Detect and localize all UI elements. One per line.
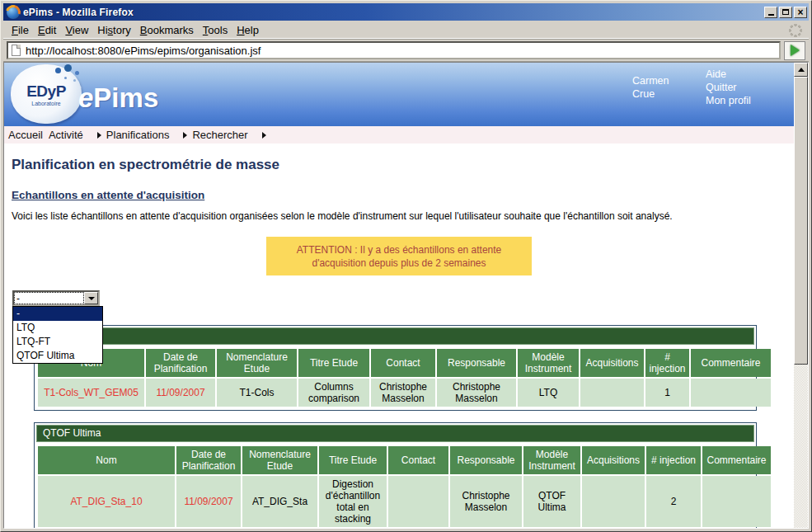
table-header-row: NomDate de PlanificationNomenclature Etu… bbox=[38, 349, 771, 377]
url-input[interactable]: http://localhost:8080/ePims/epims/organi… bbox=[7, 41, 781, 59]
column-header-injection: # injection bbox=[645, 349, 689, 377]
scrollbar-thumb[interactable] bbox=[794, 77, 808, 365]
column-header-commentaire: Commentaire bbox=[691, 349, 771, 377]
cell-date-de-planification: 11/09/2007 bbox=[146, 379, 215, 407]
vertical-scrollbar[interactable] bbox=[794, 63, 808, 528]
select-dropdown-button[interactable] bbox=[84, 292, 98, 304]
group-header: LTQ bbox=[36, 327, 754, 345]
nav-item-planifications[interactable]: Planifications bbox=[106, 129, 170, 141]
close-button[interactable]: × bbox=[794, 7, 807, 18]
option-blank[interactable]: - bbox=[13, 307, 102, 321]
browser-window: ePims - Mozilla Firefox × FileEditViewHi… bbox=[0, 0, 812, 532]
header-link-mon-profil[interactable]: Mon profil bbox=[706, 94, 751, 107]
menu-tools[interactable]: Tools bbox=[203, 24, 228, 36]
cell-nomenclature-etude: T1-Cols bbox=[217, 379, 297, 407]
nav-item-activite[interactable]: Activité bbox=[49, 129, 83, 141]
cell-mode-le-instrument: QTOF Ultima bbox=[523, 476, 580, 527]
column-header-contact: Contact bbox=[371, 349, 435, 377]
user-name: Carmen Crue bbox=[632, 74, 685, 101]
main-content: Planification en spectrométrie de masse … bbox=[4, 157, 794, 528]
throbber-icon bbox=[789, 24, 802, 37]
header-links: AideQuitterMon profil bbox=[706, 68, 751, 107]
cell-acquisitions bbox=[580, 379, 644, 407]
menu-bar: FileEditViewHistoryBookmarksToolsHelp bbox=[3, 21, 809, 40]
column-header-titre-etude: Titre Etude bbox=[319, 446, 387, 474]
cell-date-de-planification: 11/09/2007 bbox=[176, 476, 241, 527]
scroll-up-button[interactable] bbox=[794, 63, 808, 77]
cell-nom: T1-Cols_WT_GEM05 bbox=[38, 379, 144, 407]
column-header-mode-le-instrument: Modèle Instrument bbox=[518, 349, 579, 377]
logo-dots-icon bbox=[55, 68, 61, 73]
menu-edit[interactable]: Edit bbox=[38, 24, 56, 36]
logo-subtitle: Laboratoire bbox=[31, 101, 60, 106]
table-container-qtof: QTOF Ultima NomDate de PlanificationNome… bbox=[34, 422, 757, 528]
table-header-row: NomDate de PlanificationNomenclature Etu… bbox=[38, 446, 771, 474]
instrument-select-value: - bbox=[15, 293, 83, 304]
logo-title: EDyP bbox=[26, 82, 66, 101]
table-row: T1-Cols_WT_GEM0511/09/2007T1-ColsColumns… bbox=[38, 379, 771, 407]
option-ltq-ft[interactable]: LTQ-FT bbox=[13, 335, 102, 349]
close-icon: × bbox=[797, 8, 803, 16]
column-header-acquisitions: Acquisitions bbox=[580, 349, 644, 377]
column-header-date-de-planification: Date de Planification bbox=[146, 349, 215, 377]
browser-viewport: EDyP Laboratoire ePims Carmen Crue AideQ… bbox=[3, 62, 809, 529]
cell-mode-le-instrument: LTQ bbox=[518, 379, 579, 407]
column-header-responsable: Responsable bbox=[450, 446, 522, 474]
go-arrow-icon bbox=[791, 45, 800, 56]
cell-responsable: Christophe Masselon bbox=[437, 379, 516, 407]
cell-injection: 2 bbox=[646, 476, 701, 527]
page-title: Planification en spectrométrie de masse bbox=[12, 157, 794, 173]
menu-bookmarks[interactable]: Bookmarks bbox=[140, 24, 194, 36]
cell-commentaire bbox=[702, 476, 771, 527]
cell-contact: Christophe Masselon bbox=[371, 379, 435, 407]
results-table: NomDate de PlanificationNomenclature Etu… bbox=[36, 347, 772, 408]
nav-item-rechercher[interactable]: Rechercher bbox=[192, 129, 247, 141]
cell-titre-etude: Digestion d'échantillon total en stackin… bbox=[319, 476, 387, 527]
minimize-icon bbox=[768, 14, 774, 16]
window-title: ePims - Mozilla Firefox bbox=[23, 7, 764, 18]
option-qtof-ultima[interactable]: QTOF Ultima bbox=[13, 349, 102, 363]
header-link-quitter[interactable]: Quitter bbox=[706, 81, 751, 94]
app-brand: ePims bbox=[78, 82, 158, 114]
column-header-nomenclature-etude: Nomenclature Etude bbox=[242, 446, 317, 474]
column-header-date-de-planification: Date de Planification bbox=[176, 446, 241, 474]
edyp-logo: EDyP Laboratoire bbox=[11, 64, 82, 124]
column-header-nom: Nom bbox=[38, 446, 175, 474]
menu-help[interactable]: Help bbox=[237, 24, 259, 36]
web-page: EDyP Laboratoire ePims Carmen Crue AideQ… bbox=[4, 63, 794, 528]
submenu-arrow-icon bbox=[97, 132, 101, 139]
minimize-button[interactable] bbox=[764, 7, 777, 18]
menu-view[interactable]: View bbox=[65, 24, 88, 36]
column-header-mode-le-instrument: Modèle Instrument bbox=[523, 446, 580, 474]
menu-history[interactable]: History bbox=[97, 24, 130, 36]
nav-items: AccueilActivitéPlanificationsRechercher bbox=[8, 129, 271, 141]
intro-text: Voici les liste échantillons en attente … bbox=[12, 210, 794, 222]
go-button[interactable] bbox=[784, 41, 805, 60]
submenu-arrow-icon bbox=[183, 132, 187, 139]
page-icon bbox=[12, 45, 21, 56]
cell-nom: AT_DIG_Sta_10 bbox=[38, 476, 175, 527]
cell-commentaire bbox=[691, 379, 771, 407]
firefox-icon bbox=[7, 6, 20, 19]
header-link-aide[interactable]: Aide bbox=[706, 68, 751, 81]
cell-nomenclature-etude: AT_DIG_Sta bbox=[242, 476, 317, 527]
nav-item-accueil[interactable]: Accueil bbox=[8, 129, 43, 141]
instrument-select[interactable]: - bbox=[12, 290, 100, 306]
column-header-nomenclature-etude: Nomenclature Etude bbox=[217, 349, 297, 377]
section-title: Echantillons en attente d'acquisition bbox=[12, 189, 794, 201]
instrument-select-wrap: - -LTQLTQ-FTQTOF Ultima bbox=[12, 290, 100, 306]
column-header-contact: Contact bbox=[388, 446, 448, 474]
column-header-responsable: Responsable bbox=[437, 349, 516, 377]
submenu-arrow-icon bbox=[262, 132, 266, 139]
column-header-injection: # injection bbox=[646, 446, 701, 474]
warning-banner: ATTENTION : Il y a des échantillons en a… bbox=[266, 237, 532, 275]
app-header: EDyP Laboratoire ePims Carmen Crue AideQ… bbox=[4, 63, 794, 126]
maximize-icon bbox=[782, 9, 789, 15]
cell-responsable: Christophe Masselon bbox=[450, 476, 522, 527]
menu-file[interactable]: File bbox=[12, 24, 29, 36]
group-header: QTOF Ultima bbox=[36, 425, 754, 442]
instrument-options: -LTQLTQ-FTQTOF Ultima bbox=[12, 306, 103, 364]
maximize-button[interactable] bbox=[779, 7, 792, 18]
option-ltq[interactable]: LTQ bbox=[13, 321, 102, 335]
nav-bar: AccueilActivitéPlanificationsRechercher bbox=[4, 126, 794, 144]
